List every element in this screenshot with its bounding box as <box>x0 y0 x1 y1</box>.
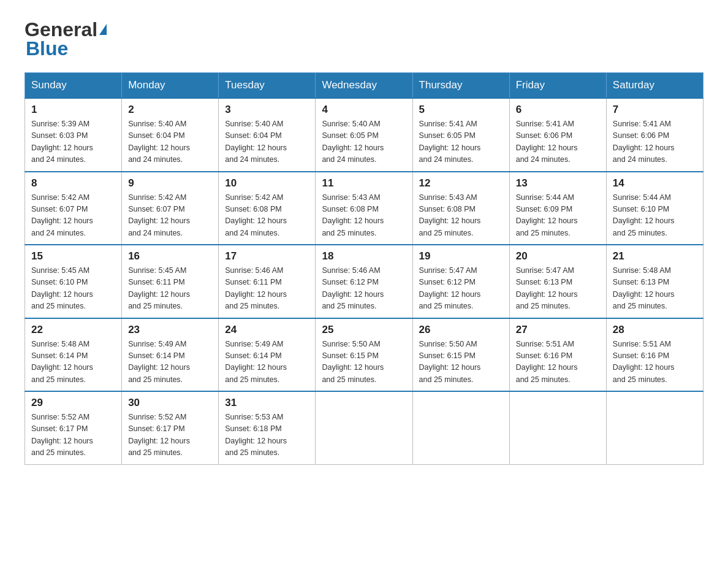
calendar-cell: 4Sunrise: 5:40 AMSunset: 6:05 PMDaylight… <box>316 98 412 172</box>
calendar-cell: 23Sunrise: 5:49 AMSunset: 6:14 PMDayligh… <box>122 318 219 392</box>
day-header-saturday: Saturday <box>606 73 703 99</box>
day-info: Sunrise: 5:49 AMSunset: 6:14 PMDaylight:… <box>225 339 309 386</box>
day-number: 3 <box>225 104 309 116</box>
day-number: 26 <box>419 324 503 336</box>
calendar-cell: 26Sunrise: 5:50 AMSunset: 6:15 PMDayligh… <box>412 318 509 392</box>
day-number: 12 <box>419 177 503 190</box>
day-info: Sunrise: 5:42 AMSunset: 6:07 PMDaylight:… <box>31 192 115 240</box>
calendar-cell: 3Sunrise: 5:40 AMSunset: 6:04 PMDaylight… <box>219 98 316 172</box>
day-number: 14 <box>613 177 697 190</box>
calendar-cell: 12Sunrise: 5:43 AMSunset: 6:08 PMDayligh… <box>412 172 509 245</box>
day-info: Sunrise: 5:40 AMSunset: 6:04 PMDaylight:… <box>225 118 309 166</box>
day-info: Sunrise: 5:41 AMSunset: 6:05 PMDaylight:… <box>419 118 503 166</box>
calendar-cell: 31Sunrise: 5:53 AMSunset: 6:18 PMDayligh… <box>219 391 316 464</box>
calendar-cell: 30Sunrise: 5:52 AMSunset: 6:17 PMDayligh… <box>122 391 219 464</box>
day-info: Sunrise: 5:52 AMSunset: 6:17 PMDaylight:… <box>128 412 212 459</box>
calendar-cell: 25Sunrise: 5:50 AMSunset: 6:15 PMDayligh… <box>316 318 412 392</box>
calendar-cell: 16Sunrise: 5:45 AMSunset: 6:11 PMDayligh… <box>122 245 219 318</box>
day-number: 23 <box>128 324 212 336</box>
day-info: Sunrise: 5:44 AMSunset: 6:10 PMDaylight:… <box>613 192 697 240</box>
calendar-cell: 24Sunrise: 5:49 AMSunset: 6:14 PMDayligh… <box>219 318 316 392</box>
calendar-cell: 17Sunrise: 5:46 AMSunset: 6:11 PMDayligh… <box>219 245 316 318</box>
logo-triangle-icon <box>99 24 107 35</box>
day-number: 29 <box>31 397 115 409</box>
day-header-monday: Monday <box>122 73 219 99</box>
day-info: Sunrise: 5:48 AMSunset: 6:13 PMDaylight:… <box>613 265 697 313</box>
day-number: 13 <box>516 177 600 190</box>
day-number: 17 <box>225 250 309 262</box>
day-number: 4 <box>322 104 406 116</box>
logo-blue-text: Blue <box>26 37 68 60</box>
day-info: Sunrise: 5:47 AMSunset: 6:13 PMDaylight:… <box>516 265 600 313</box>
day-info: Sunrise: 5:42 AMSunset: 6:07 PMDaylight:… <box>128 192 212 240</box>
page-header: General Blue <box>25 18 703 60</box>
calendar-cell: 27Sunrise: 5:51 AMSunset: 6:16 PMDayligh… <box>509 318 606 392</box>
day-info: Sunrise: 5:46 AMSunset: 6:12 PMDaylight:… <box>322 265 406 313</box>
day-info: Sunrise: 5:43 AMSunset: 6:08 PMDaylight:… <box>419 192 503 240</box>
calendar-week-row: 1Sunrise: 5:39 AMSunset: 6:03 PMDaylight… <box>25 98 703 172</box>
day-number: 10 <box>225 177 309 190</box>
calendar-week-row: 8Sunrise: 5:42 AMSunset: 6:07 PMDaylight… <box>25 172 703 245</box>
day-info: Sunrise: 5:40 AMSunset: 6:04 PMDaylight:… <box>128 118 212 166</box>
day-header-tuesday: Tuesday <box>219 73 316 99</box>
day-info: Sunrise: 5:50 AMSunset: 6:15 PMDaylight:… <box>322 339 406 386</box>
day-number: 25 <box>322 324 406 336</box>
day-info: Sunrise: 5:52 AMSunset: 6:17 PMDaylight:… <box>31 412 115 459</box>
calendar-week-row: 22Sunrise: 5:48 AMSunset: 6:14 PMDayligh… <box>25 318 703 392</box>
calendar-cell: 11Sunrise: 5:43 AMSunset: 6:08 PMDayligh… <box>316 172 412 245</box>
day-info: Sunrise: 5:48 AMSunset: 6:14 PMDaylight:… <box>31 339 115 386</box>
calendar-cell: 7Sunrise: 5:41 AMSunset: 6:06 PMDaylight… <box>606 98 703 172</box>
calendar-cell: 20Sunrise: 5:47 AMSunset: 6:13 PMDayligh… <box>509 245 606 318</box>
calendar-cell: 14Sunrise: 5:44 AMSunset: 6:10 PMDayligh… <box>606 172 703 245</box>
day-number: 27 <box>516 324 600 336</box>
calendar-cell: 13Sunrise: 5:44 AMSunset: 6:09 PMDayligh… <box>509 172 606 245</box>
calendar-cell <box>412 391 509 464</box>
calendar-cell: 10Sunrise: 5:42 AMSunset: 6:08 PMDayligh… <box>219 172 316 245</box>
day-number: 11 <box>322 177 406 190</box>
calendar-cell: 9Sunrise: 5:42 AMSunset: 6:07 PMDaylight… <box>122 172 219 245</box>
day-info: Sunrise: 5:49 AMSunset: 6:14 PMDaylight:… <box>128 339 212 386</box>
calendar-week-row: 15Sunrise: 5:45 AMSunset: 6:10 PMDayligh… <box>25 245 703 318</box>
calendar-cell: 19Sunrise: 5:47 AMSunset: 6:12 PMDayligh… <box>412 245 509 318</box>
day-header-wednesday: Wednesday <box>316 73 412 99</box>
day-info: Sunrise: 5:45 AMSunset: 6:11 PMDaylight:… <box>128 265 212 313</box>
logo: General Blue <box>25 18 107 60</box>
day-info: Sunrise: 5:43 AMSunset: 6:08 PMDaylight:… <box>322 192 406 240</box>
day-info: Sunrise: 5:46 AMSunset: 6:11 PMDaylight:… <box>225 265 309 313</box>
day-number: 15 <box>31 250 115 262</box>
day-header-thursday: Thursday <box>412 73 509 99</box>
day-number: 18 <box>322 250 406 262</box>
calendar-cell <box>606 391 703 464</box>
day-number: 16 <box>128 250 212 262</box>
day-info: Sunrise: 5:41 AMSunset: 6:06 PMDaylight:… <box>613 118 697 166</box>
calendar-cell: 15Sunrise: 5:45 AMSunset: 6:10 PMDayligh… <box>25 245 122 318</box>
day-number: 22 <box>31 324 115 336</box>
calendar-cell: 6Sunrise: 5:41 AMSunset: 6:06 PMDaylight… <box>509 98 606 172</box>
day-info: Sunrise: 5:40 AMSunset: 6:05 PMDaylight:… <box>322 118 406 166</box>
day-info: Sunrise: 5:41 AMSunset: 6:06 PMDaylight:… <box>516 118 600 166</box>
day-number: 8 <box>31 177 115 190</box>
day-number: 31 <box>225 397 309 409</box>
day-number: 6 <box>516 104 600 116</box>
day-info: Sunrise: 5:53 AMSunset: 6:18 PMDaylight:… <box>225 412 309 459</box>
day-number: 5 <box>419 104 503 116</box>
day-number: 20 <box>516 250 600 262</box>
day-number: 1 <box>31 104 115 116</box>
day-header-friday: Friday <box>509 73 606 99</box>
calendar-cell <box>316 391 412 464</box>
calendar-table: SundayMondayTuesdayWednesdayThursdayFrid… <box>25 72 703 465</box>
calendar-cell: 2Sunrise: 5:40 AMSunset: 6:04 PMDaylight… <box>122 98 219 172</box>
day-number: 30 <box>128 397 212 409</box>
day-number: 2 <box>128 104 212 116</box>
day-info: Sunrise: 5:50 AMSunset: 6:15 PMDaylight:… <box>419 339 503 386</box>
day-number: 24 <box>225 324 309 336</box>
calendar-cell: 28Sunrise: 5:51 AMSunset: 6:16 PMDayligh… <box>606 318 703 392</box>
day-number: 19 <box>419 250 503 262</box>
day-number: 21 <box>613 250 697 262</box>
calendar-cell: 18Sunrise: 5:46 AMSunset: 6:12 PMDayligh… <box>316 245 412 318</box>
calendar-cell: 29Sunrise: 5:52 AMSunset: 6:17 PMDayligh… <box>25 391 122 464</box>
calendar-cell: 5Sunrise: 5:41 AMSunset: 6:05 PMDaylight… <box>412 98 509 172</box>
day-number: 28 <box>613 324 697 336</box>
calendar-cell: 21Sunrise: 5:48 AMSunset: 6:13 PMDayligh… <box>606 245 703 318</box>
day-header-sunday: Sunday <box>25 73 122 99</box>
